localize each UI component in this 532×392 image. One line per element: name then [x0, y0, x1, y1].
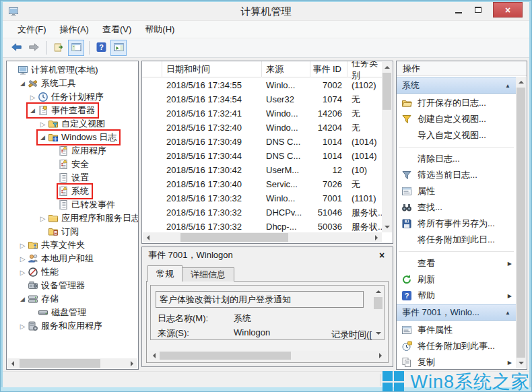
action-item[interactable]: 事件属性 — [397, 322, 516, 338]
action-group-header[interactable]: 事件 7001，Winlo...▲ — [397, 304, 516, 321]
scrollbar-thumb[interactable] — [160, 352, 291, 360]
tree-item[interactable]: ◢系统工具 — [7, 77, 138, 90]
tree-item[interactable]: ▷本地用户和组 — [7, 252, 138, 265]
tree-item[interactable]: 磁盘管理 — [7, 306, 138, 319]
tree-item[interactable]: ▷任务计划程序 — [7, 90, 138, 104]
expander-icon[interactable]: ◢ — [18, 80, 28, 87]
tree-item[interactable]: 已转发事件 — [7, 198, 138, 211]
expander-icon[interactable]: ▷ — [18, 323, 28, 330]
action-item[interactable]: 筛选当前日志... — [397, 167, 516, 183]
column-source[interactable]: 来源 — [262, 61, 310, 77]
show-console-tree-button[interactable] — [68, 40, 84, 56]
table-row[interactable]: 2018/5/16 17:32:40Windo...14204无 — [142, 121, 382, 135]
scrollbar-thumb[interactable] — [517, 88, 525, 358]
action-item[interactable]: 创建自定义视图... — [397, 111, 516, 127]
tree-item[interactable]: ▷应用程序和服务日志 — [7, 211, 138, 225]
tree-item[interactable]: ◢存储 — [7, 292, 138, 306]
tree-item[interactable]: 设置 — [7, 171, 138, 185]
expander-icon[interactable]: ◢ — [28, 107, 38, 114]
action-item[interactable]: ?帮助▶ — [397, 288, 516, 304]
table-row[interactable]: 2018/5/16 17:30:32DHCPv...51046服务状... — [142, 205, 382, 220]
close-button[interactable]: × — [493, 2, 523, 18]
detail-horizontal-scrollbar[interactable] — [149, 351, 386, 360]
action-item[interactable]: 查找... — [397, 199, 516, 216]
action-group-header[interactable]: 系统▲ — [397, 77, 516, 94]
action-item[interactable]: 复制▶ — [397, 354, 516, 369]
action-item[interactable]: 清除日志... — [397, 151, 516, 167]
expander-icon[interactable]: ▷ — [28, 94, 38, 101]
scroll-up-icon[interactable] — [373, 286, 383, 296]
tree-item[interactable]: ◢事件查看器 — [7, 104, 138, 117]
menu-file[interactable]: 文件(F) — [11, 22, 53, 38]
expander-icon[interactable]: ◢ — [18, 296, 28, 302]
help-button[interactable]: ? — [93, 40, 109, 56]
expander-icon[interactable]: ◢ — [38, 134, 48, 141]
scroll-left-icon[interactable] — [7, 358, 18, 368]
action-item[interactable]: 查看▶ — [397, 255, 516, 271]
tree-item[interactable]: 订阅 — [7, 225, 138, 238]
scroll-right-icon[interactable] — [376, 351, 386, 360]
forward-button[interactable] — [26, 40, 42, 56]
table-row[interactable]: 2018/5/16 17:30:32Dhcp-...50036服务状... — [142, 220, 382, 232]
table-row[interactable]: 2018/5/16 17:30:32Winlo...7001(1101) — [142, 191, 382, 205]
maximize-button[interactable] — [469, 2, 487, 18]
detail-vertical-scrollbar[interactable] — [373, 286, 383, 339]
table-row[interactable]: 2018/5/16 17:30:49DNS C...1014(1014) — [142, 135, 382, 149]
table-row[interactable]: 2018/5/16 17:34:55Winlo...7002(1102) — [142, 78, 382, 92]
scroll-up-icon[interactable] — [516, 77, 526, 87]
tree-item[interactable]: 系统 — [7, 185, 138, 198]
tree-horizontal-scrollbar[interactable] — [7, 358, 137, 368]
export-list-button[interactable] — [51, 40, 67, 56]
tree-item[interactable]: ▷自定义视图 — [7, 117, 138, 131]
scroll-down-icon[interactable] — [382, 222, 392, 232]
tree-item[interactable]: ▷共享文件夹 — [7, 238, 138, 252]
expander-icon[interactable]: ▷ — [18, 242, 28, 249]
scroll-left-icon[interactable] — [149, 351, 159, 360]
column-task-category[interactable]: 任务类别 — [347, 61, 382, 77]
menu-view[interactable]: 查看(V) — [96, 22, 138, 38]
scroll-up-icon[interactable] — [382, 62, 392, 72]
expander-icon[interactable]: ▷ — [18, 269, 28, 276]
scroll-right-icon[interactable] — [127, 358, 137, 368]
table-row[interactable]: 2018/5/16 17:30:42UserM...12(10) — [142, 163, 382, 177]
menu-action[interactable]: 操作(A) — [53, 22, 96, 38]
detail-close-icon[interactable]: × — [375, 247, 389, 263]
column-event-id[interactable]: 事件 ID — [310, 61, 347, 77]
action-item[interactable]: 将所有事件另存为... — [397, 216, 516, 232]
scroll-down-icon[interactable] — [373, 329, 383, 339]
tree-item[interactable]: ▷性能 — [7, 265, 138, 279]
scrollbar-thumb[interactable] — [383, 73, 391, 110]
table-row[interactable]: 2018/5/16 17:30:40Servic...7026无 — [142, 177, 382, 191]
scroll-down-icon[interactable] — [516, 358, 526, 368]
show-action-pane-button[interactable] — [110, 40, 127, 56]
tab-general[interactable]: 常规 — [147, 265, 182, 282]
scroll-right-icon[interactable] — [372, 232, 382, 242]
tree-item[interactable]: 设备管理器 — [7, 279, 138, 292]
tree-item[interactable]: 应用程序 — [7, 144, 138, 158]
scrollbar-thumb[interactable] — [20, 359, 100, 368]
action-item[interactable]: 刷新 — [397, 271, 516, 288]
scrollbar-thumb[interactable] — [180, 233, 288, 242]
tree-item[interactable]: 计算机管理(本地) — [7, 63, 138, 77]
scroll-left-icon[interactable] — [143, 232, 153, 242]
tab-details[interactable]: 详细信息 — [182, 267, 234, 282]
action-item[interactable]: 导入自定义视图... — [397, 127, 516, 143]
scrollbar-thumb[interactable] — [374, 297, 383, 309]
table-row[interactable]: 2018/5/16 17:30:44DNS C...1014(1014) — [142, 149, 382, 163]
action-item[interactable]: 将任务附加到此事... — [397, 338, 516, 354]
action-item[interactable]: 打开保存的日志... — [397, 95, 516, 111]
expander-icon[interactable]: ▷ — [18, 255, 28, 263]
menu-help[interactable]: 帮助(H) — [138, 22, 181, 38]
column-level[interactable] — [142, 61, 162, 77]
tree-item[interactable]: 安全 — [7, 158, 138, 171]
table-row[interactable]: 2018/5/16 17:32:41Windo...14206无 — [142, 106, 382, 121]
event-list-horizontal-scrollbar[interactable] — [143, 232, 382, 242]
column-date-time[interactable]: 日期和时间 — [162, 61, 262, 77]
action-item[interactable]: 将任务附加到此日... — [397, 232, 516, 248]
table-row[interactable]: 2018/5/16 17:34:54User321074无 — [142, 92, 382, 106]
event-list-vertical-scrollbar[interactable] — [382, 62, 392, 232]
actions-vertical-scrollbar[interactable] — [516, 77, 526, 368]
action-item[interactable]: 属性 — [397, 183, 516, 199]
tree-item[interactable]: ◢Windows 日志 — [7, 131, 138, 144]
expander-icon[interactable]: ▷ — [38, 121, 48, 128]
